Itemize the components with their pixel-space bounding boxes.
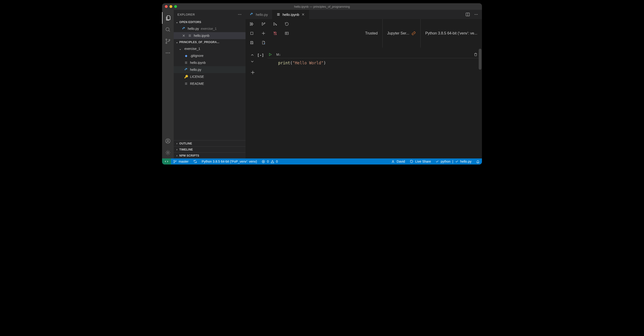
svg-point-6 — [167, 152, 169, 154]
run-all-button[interactable] — [249, 21, 254, 26]
tab-hello-ipynb[interactable]: hello.ipynb — [272, 10, 310, 19]
gear-icon — [165, 150, 171, 156]
activity-bar — [162, 10, 174, 158]
file-item[interactable]: ◆ .gitignore — [174, 52, 246, 59]
notebook-server[interactable]: Jupyter Ser... — [382, 19, 420, 47]
save-button[interactable] — [249, 40, 254, 45]
error-count: 0 — [267, 160, 269, 163]
status-account[interactable]: David — [389, 160, 407, 163]
restart-kernel-button[interactable] — [284, 21, 289, 26]
notebook-toolbar: Trusted Jupyter Ser... Python 3.8.5 64-b… — [246, 19, 482, 48]
move-cell-down-button[interactable] — [250, 59, 255, 64]
workspace-label: PRINCIPLES_OF_PROGRA... — [179, 40, 220, 44]
delete-cell-button[interactable] — [474, 52, 478, 57]
chevron-up-icon — [250, 53, 254, 57]
move-cell-up-button[interactable] — [250, 52, 255, 57]
variables-button[interactable] — [284, 31, 289, 36]
file-name: hello.ipynb — [190, 61, 206, 64]
cell-collapse-toggle[interactable]: [-] — [257, 52, 265, 57]
run-below-icon — [273, 22, 278, 26]
folder-item[interactable]: ⌄ exercise_1 — [174, 45, 246, 52]
chevron-right-icon: › — [175, 148, 179, 151]
activity-settings[interactable] — [162, 147, 174, 158]
cell-code[interactable]: print("Hello World") — [268, 58, 480, 67]
npm-scripts-label: NPM SCRIPTS — [179, 154, 199, 157]
chevron-right-icon: › — [175, 154, 179, 157]
trusted-label: Trusted — [365, 31, 378, 35]
python-icon — [250, 12, 254, 16]
open-editor-item[interactable]: hello.ipynb — [174, 32, 246, 39]
notebook-cell[interactable]: M↓ print("Hello World") — [268, 52, 480, 67]
status-liveshare[interactable]: Live Share — [407, 160, 433, 163]
python-icon — [182, 27, 186, 30]
code-token: ( — [290, 61, 292, 65]
file-item[interactable]: README — [174, 80, 246, 87]
add-cell-button[interactable] — [261, 31, 266, 36]
play-icon — [268, 53, 272, 56]
tab-label: hello.py — [256, 12, 268, 16]
editor-more-button[interactable] — [474, 12, 479, 17]
sidebar-more-button[interactable] — [238, 12, 242, 16]
lang-label: python — [441, 160, 450, 163]
add-cell-below-button[interactable] — [250, 67, 480, 75]
run-below-button[interactable] — [272, 21, 278, 26]
open-editors-label: OPEN EDITORS — [179, 20, 201, 24]
tab-hello-py[interactable]: hello.py — [246, 10, 272, 19]
outline-label: OUTLINE — [179, 142, 192, 145]
linter-label: hello.py — [460, 160, 472, 163]
status-notifications[interactable] — [474, 160, 482, 163]
close-icon — [302, 13, 305, 16]
svg-point-19 — [176, 160, 176, 161]
maximize-window-button[interactable] — [174, 5, 177, 8]
status-linter[interactable]: python | hello.py — [433, 160, 474, 163]
open-editors-header[interactable]: ⌄ OPEN EDITORS — [174, 19, 246, 25]
notebook-trusted[interactable]: Trusted — [360, 19, 382, 47]
file-item[interactable]: 🔑 LICENSE — [174, 73, 246, 80]
npm-scripts-header[interactable]: › NPM SCRIPTS — [174, 152, 246, 158]
status-python[interactable]: Python 3.8.5 64-bit ('PoP_venv': venv) — [199, 160, 259, 163]
svg-point-18 — [174, 162, 174, 163]
code-token: print — [278, 61, 290, 65]
export-icon — [262, 40, 266, 45]
activity-account[interactable] — [162, 135, 174, 147]
liveshare-icon — [410, 160, 414, 163]
run-cell-button[interactable] — [268, 53, 272, 56]
minimize-window-button[interactable] — [170, 5, 172, 8]
workspace-header[interactable]: ⌄ PRINCIPLES_OF_PROGRA... — [174, 39, 246, 45]
status-sync[interactable] — [191, 160, 199, 163]
activity-explorer[interactable] — [162, 12, 174, 24]
close-editor-button[interactable] — [182, 34, 186, 37]
notebook-icon — [188, 34, 192, 37]
file-name: hello.py — [188, 27, 199, 30]
close-window-button[interactable] — [165, 5, 168, 8]
convert-to-markdown-button[interactable]: M↓ — [276, 53, 281, 56]
activity-more[interactable] — [162, 47, 174, 59]
file-item[interactable]: hello.py — [174, 66, 246, 73]
svg-point-21 — [392, 160, 394, 161]
activity-source-control[interactable] — [162, 35, 174, 47]
table-icon — [285, 31, 289, 35]
outline-header[interactable]: › OUTLINE — [174, 140, 246, 146]
interrupt-button[interactable] — [249, 31, 254, 36]
file-item[interactable]: hello.ipynb — [174, 59, 246, 66]
run-above-icon — [261, 22, 266, 26]
activity-search[interactable] — [162, 24, 174, 35]
timeline-header[interactable]: › TIMELINE — [174, 146, 246, 152]
open-editor-item[interactable]: hello.py exercise_1 — [174, 25, 246, 32]
scrollbar[interactable] — [479, 49, 482, 70]
remote-button[interactable] — [162, 158, 171, 165]
trash-icon — [474, 52, 478, 57]
run-above-button[interactable] — [261, 21, 266, 26]
svg-point-13 — [477, 14, 478, 15]
status-branch[interactable]: master — [171, 160, 191, 163]
separator: | — [452, 160, 453, 163]
file-name: hello.ipynb — [194, 34, 210, 37]
split-editor-button[interactable] — [465, 12, 470, 17]
stop-icon — [250, 31, 254, 35]
timeline-label: TIMELINE — [179, 148, 193, 151]
status-problems[interactable]: 0 0 — [259, 160, 280, 163]
tab-close-button[interactable] — [302, 13, 305, 16]
clear-outputs-button[interactable] — [272, 31, 278, 36]
export-button[interactable] — [261, 40, 266, 45]
notebook-kernel[interactable]: Python 3.8.5 64-bit ('venv': ve... — [420, 19, 482, 47]
